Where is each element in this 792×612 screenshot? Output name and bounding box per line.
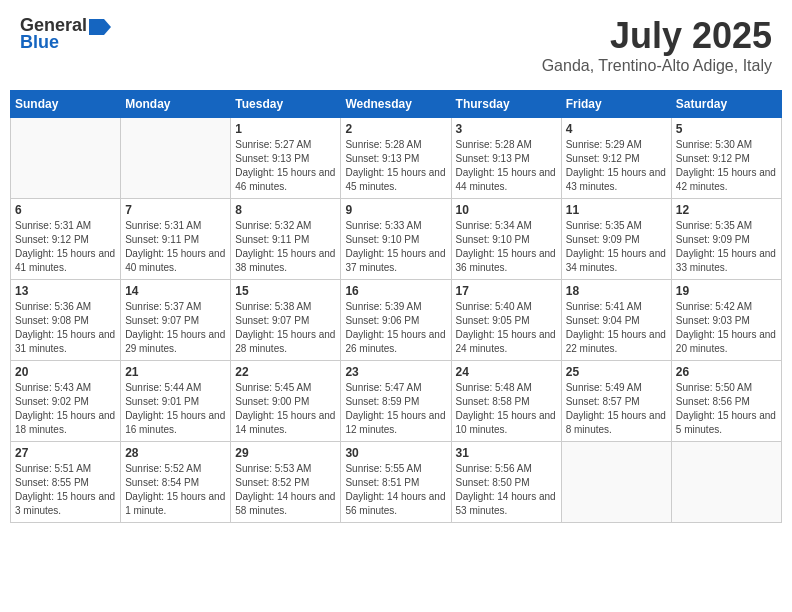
day-info: Sunrise: 5:28 AM Sunset: 9:13 PM Dayligh… <box>456 138 557 194</box>
calendar-day-cell: 7Sunrise: 5:31 AM Sunset: 9:11 PM Daylig… <box>121 199 231 280</box>
day-info: Sunrise: 5:50 AM Sunset: 8:56 PM Dayligh… <box>676 381 777 437</box>
day-info: Sunrise: 5:53 AM Sunset: 8:52 PM Dayligh… <box>235 462 336 518</box>
calendar-day-cell: 26Sunrise: 5:50 AM Sunset: 8:56 PM Dayli… <box>671 361 781 442</box>
day-info: Sunrise: 5:49 AM Sunset: 8:57 PM Dayligh… <box>566 381 667 437</box>
day-number: 20 <box>15 365 116 379</box>
day-info: Sunrise: 5:36 AM Sunset: 9:08 PM Dayligh… <box>15 300 116 356</box>
day-info: Sunrise: 5:40 AM Sunset: 9:05 PM Dayligh… <box>456 300 557 356</box>
day-info: Sunrise: 5:38 AM Sunset: 9:07 PM Dayligh… <box>235 300 336 356</box>
day-number: 18 <box>566 284 667 298</box>
logo-icon <box>89 19 111 35</box>
day-info: Sunrise: 5:45 AM Sunset: 9:00 PM Dayligh… <box>235 381 336 437</box>
day-number: 26 <box>676 365 777 379</box>
day-number: 15 <box>235 284 336 298</box>
day-info: Sunrise: 5:35 AM Sunset: 9:09 PM Dayligh… <box>566 219 667 275</box>
location-title: Ganda, Trentino-Alto Adige, Italy <box>542 57 772 75</box>
day-number: 13 <box>15 284 116 298</box>
calendar-day-cell: 16Sunrise: 5:39 AM Sunset: 9:06 PM Dayli… <box>341 280 451 361</box>
day-number: 31 <box>456 446 557 460</box>
calendar-week-row: 1Sunrise: 5:27 AM Sunset: 9:13 PM Daylig… <box>11 118 782 199</box>
calendar-week-row: 20Sunrise: 5:43 AM Sunset: 9:02 PM Dayli… <box>11 361 782 442</box>
day-info: Sunrise: 5:48 AM Sunset: 8:58 PM Dayligh… <box>456 381 557 437</box>
calendar-day-header: Saturday <box>671 91 781 118</box>
day-number: 6 <box>15 203 116 217</box>
day-number: 21 <box>125 365 226 379</box>
calendar-day-cell: 21Sunrise: 5:44 AM Sunset: 9:01 PM Dayli… <box>121 361 231 442</box>
day-info: Sunrise: 5:32 AM Sunset: 9:11 PM Dayligh… <box>235 219 336 275</box>
calendar-day-cell: 3Sunrise: 5:28 AM Sunset: 9:13 PM Daylig… <box>451 118 561 199</box>
calendar-day-cell <box>121 118 231 199</box>
day-number: 3 <box>456 122 557 136</box>
calendar-day-cell <box>11 118 121 199</box>
calendar-week-row: 27Sunrise: 5:51 AM Sunset: 8:55 PM Dayli… <box>11 442 782 523</box>
calendar-day-cell: 9Sunrise: 5:33 AM Sunset: 9:10 PM Daylig… <box>341 199 451 280</box>
calendar-day-cell: 5Sunrise: 5:30 AM Sunset: 9:12 PM Daylig… <box>671 118 781 199</box>
day-info: Sunrise: 5:33 AM Sunset: 9:10 PM Dayligh… <box>345 219 446 275</box>
day-info: Sunrise: 5:39 AM Sunset: 9:06 PM Dayligh… <box>345 300 446 356</box>
calendar-day-header: Thursday <box>451 91 561 118</box>
calendar-day-cell <box>561 442 671 523</box>
day-number: 25 <box>566 365 667 379</box>
svg-marker-0 <box>89 19 111 35</box>
day-info: Sunrise: 5:51 AM Sunset: 8:55 PM Dayligh… <box>15 462 116 518</box>
calendar-day-cell: 10Sunrise: 5:34 AM Sunset: 9:10 PM Dayli… <box>451 199 561 280</box>
calendar-day-cell: 20Sunrise: 5:43 AM Sunset: 9:02 PM Dayli… <box>11 361 121 442</box>
day-number: 11 <box>566 203 667 217</box>
calendar-day-cell: 19Sunrise: 5:42 AM Sunset: 9:03 PM Dayli… <box>671 280 781 361</box>
day-info: Sunrise: 5:43 AM Sunset: 9:02 PM Dayligh… <box>15 381 116 437</box>
page-header: General Blue July 2025 Ganda, Trentino-A… <box>10 10 782 80</box>
calendar-day-cell: 6Sunrise: 5:31 AM Sunset: 9:12 PM Daylig… <box>11 199 121 280</box>
day-info: Sunrise: 5:27 AM Sunset: 9:13 PM Dayligh… <box>235 138 336 194</box>
calendar-day-cell: 14Sunrise: 5:37 AM Sunset: 9:07 PM Dayli… <box>121 280 231 361</box>
day-number: 23 <box>345 365 446 379</box>
day-info: Sunrise: 5:56 AM Sunset: 8:50 PM Dayligh… <box>456 462 557 518</box>
day-info: Sunrise: 5:30 AM Sunset: 9:12 PM Dayligh… <box>676 138 777 194</box>
calendar-day-cell: 11Sunrise: 5:35 AM Sunset: 9:09 PM Dayli… <box>561 199 671 280</box>
day-info: Sunrise: 5:29 AM Sunset: 9:12 PM Dayligh… <box>566 138 667 194</box>
day-number: 7 <box>125 203 226 217</box>
day-info: Sunrise: 5:31 AM Sunset: 9:12 PM Dayligh… <box>15 219 116 275</box>
calendar-day-cell: 29Sunrise: 5:53 AM Sunset: 8:52 PM Dayli… <box>231 442 341 523</box>
calendar-day-cell: 8Sunrise: 5:32 AM Sunset: 9:11 PM Daylig… <box>231 199 341 280</box>
day-number: 12 <box>676 203 777 217</box>
day-number: 29 <box>235 446 336 460</box>
calendar-day-cell: 31Sunrise: 5:56 AM Sunset: 8:50 PM Dayli… <box>451 442 561 523</box>
day-info: Sunrise: 5:52 AM Sunset: 8:54 PM Dayligh… <box>125 462 226 518</box>
day-info: Sunrise: 5:47 AM Sunset: 8:59 PM Dayligh… <box>345 381 446 437</box>
calendar-day-cell: 13Sunrise: 5:36 AM Sunset: 9:08 PM Dayli… <box>11 280 121 361</box>
calendar-day-cell: 1Sunrise: 5:27 AM Sunset: 9:13 PM Daylig… <box>231 118 341 199</box>
calendar-day-cell: 30Sunrise: 5:55 AM Sunset: 8:51 PM Dayli… <box>341 442 451 523</box>
calendar-day-cell: 15Sunrise: 5:38 AM Sunset: 9:07 PM Dayli… <box>231 280 341 361</box>
calendar-day-cell <box>671 442 781 523</box>
calendar-day-cell: 25Sunrise: 5:49 AM Sunset: 8:57 PM Dayli… <box>561 361 671 442</box>
calendar-day-cell: 18Sunrise: 5:41 AM Sunset: 9:04 PM Dayli… <box>561 280 671 361</box>
calendar-day-header: Wednesday <box>341 91 451 118</box>
calendar-week-row: 13Sunrise: 5:36 AM Sunset: 9:08 PM Dayli… <box>11 280 782 361</box>
calendar-day-cell: 28Sunrise: 5:52 AM Sunset: 8:54 PM Dayli… <box>121 442 231 523</box>
calendar-day-header: Tuesday <box>231 91 341 118</box>
calendar-day-cell: 23Sunrise: 5:47 AM Sunset: 8:59 PM Dayli… <box>341 361 451 442</box>
calendar-day-cell: 17Sunrise: 5:40 AM Sunset: 9:05 PM Dayli… <box>451 280 561 361</box>
day-number: 16 <box>345 284 446 298</box>
calendar-day-cell: 4Sunrise: 5:29 AM Sunset: 9:12 PM Daylig… <box>561 118 671 199</box>
day-number: 9 <box>345 203 446 217</box>
day-info: Sunrise: 5:35 AM Sunset: 9:09 PM Dayligh… <box>676 219 777 275</box>
day-number: 17 <box>456 284 557 298</box>
calendar-day-header: Sunday <box>11 91 121 118</box>
day-number: 27 <box>15 446 116 460</box>
day-info: Sunrise: 5:34 AM Sunset: 9:10 PM Dayligh… <box>456 219 557 275</box>
calendar-day-cell: 2Sunrise: 5:28 AM Sunset: 9:13 PM Daylig… <box>341 118 451 199</box>
calendar-day-header: Monday <box>121 91 231 118</box>
calendar-day-cell: 24Sunrise: 5:48 AM Sunset: 8:58 PM Dayli… <box>451 361 561 442</box>
day-info: Sunrise: 5:41 AM Sunset: 9:04 PM Dayligh… <box>566 300 667 356</box>
calendar-day-cell: 27Sunrise: 5:51 AM Sunset: 8:55 PM Dayli… <box>11 442 121 523</box>
day-info: Sunrise: 5:31 AM Sunset: 9:11 PM Dayligh… <box>125 219 226 275</box>
day-number: 14 <box>125 284 226 298</box>
day-number: 2 <box>345 122 446 136</box>
calendar-header-row: SundayMondayTuesdayWednesdayThursdayFrid… <box>11 91 782 118</box>
day-number: 28 <box>125 446 226 460</box>
day-info: Sunrise: 5:42 AM Sunset: 9:03 PM Dayligh… <box>676 300 777 356</box>
day-number: 5 <box>676 122 777 136</box>
month-title: July 2025 <box>542 15 772 57</box>
day-number: 22 <box>235 365 336 379</box>
